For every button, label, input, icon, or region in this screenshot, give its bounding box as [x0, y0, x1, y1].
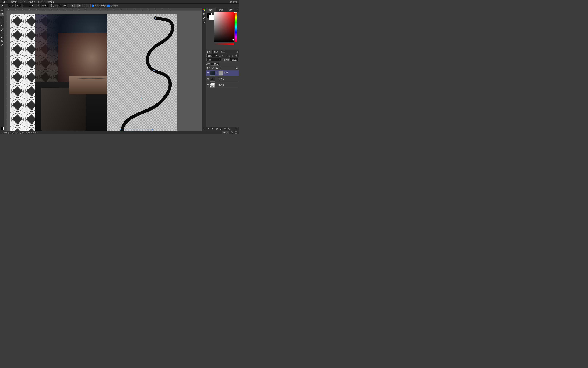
layer-adjustment-icon[interactable] [219, 127, 223, 130]
path-ops-btn[interactable]: ⊕ [78, 4, 81, 7]
svg-text:26: 26 [99, 9, 100, 10]
svg-text:40: 40 [148, 9, 149, 10]
right-icons-panel: ℹ [202, 8, 206, 131]
layer-2-chain-icon[interactable] [216, 84, 218, 86]
layer-item-shape1[interactable]: 形状 1 [206, 76, 239, 82]
background-swatch[interactable] [209, 15, 214, 20]
pen-tool-icon[interactable] [1, 4, 4, 7]
svg-text:38: 38 [141, 9, 142, 10]
menu-select[interactable]: 选择(S) [1, 0, 10, 3]
direct-selection-tool[interactable] [0, 24, 4, 28]
hue-slider[interactable] [235, 12, 237, 42]
minimize-button[interactable] [230, 1, 232, 3]
zoom-tool[interactable] [0, 40, 4, 43]
opacity-input[interactable] [230, 58, 238, 61]
menu-3d[interactable]: 3D(D) [19, 0, 27, 3]
hand-tool[interactable] [0, 43, 4, 47]
path-mode-btn[interactable]: ▣ [71, 4, 74, 7]
info-icon[interactable]: ℹ [203, 127, 205, 130]
lock-transparent-icon[interactable] [211, 66, 215, 70]
filter-smart-icon[interactable] [231, 54, 234, 57]
layer-item-1[interactable]: 图层 1 [206, 70, 239, 76]
text-tool[interactable]: T [0, 17, 4, 20]
align-edge-label: 对齐边缘 [110, 4, 118, 7]
eraser-tool[interactable] [0, 32, 4, 35]
color-saturation-value[interactable] [214, 12, 235, 42]
line-style-select[interactable]: ——— [23, 4, 33, 7]
layer-new-icon[interactable] [228, 127, 231, 130]
pen-tool[interactable] [0, 13, 4, 16]
layer-2-visibility-toggle[interactable] [206, 84, 209, 86]
filter-shape-icon[interactable] [228, 54, 231, 57]
adjustments-icon[interactable] [203, 20, 205, 23]
layer-item-2[interactable]: 图层 2 [206, 82, 239, 88]
color-tab-color[interactable]: 颜色 [206, 8, 216, 11]
filter-adjust-icon[interactable] [222, 54, 225, 57]
layer-1-chain-icon[interactable] [216, 72, 218, 74]
auto-add-input[interactable] [92, 5, 94, 7]
lock-all-icon[interactable] [235, 66, 238, 70]
brush-size-input[interactable] [8, 4, 16, 7]
maximize-button[interactable] [233, 1, 235, 3]
close-button[interactable] [235, 1, 237, 3]
svg-rect-2 [1, 21, 3, 23]
layers-tab-channels[interactable]: 通道 [213, 50, 219, 54]
gradient-tool[interactable] [0, 36, 4, 39]
color-panel-menu-icon[interactable]: ≡ [237, 9, 238, 11]
ruler-corner [4, 8, 7, 11]
layer-mask-icon[interactable] [215, 127, 218, 130]
blend-mode-select[interactable]: 正常 [206, 58, 221, 61]
svg-text:14: 14 [57, 9, 58, 10]
menu-window[interactable]: 窗口(W) [36, 0, 46, 3]
auto-add-checkbox[interactable]: 自动添加/删除 [92, 4, 107, 7]
status-zoom-btn[interactable] [230, 131, 233, 134]
color-tab-swatch[interactable]: 描摹 [216, 8, 226, 11]
fill-input[interactable] [211, 63, 219, 66]
lock-position-icon[interactable] [219, 66, 222, 70]
path-arrange-btn[interactable]: ⊟ [86, 4, 89, 7]
color-tab-gradient[interactable]: 渐变 [226, 8, 236, 11]
layer-shape1-visibility-toggle[interactable] [206, 78, 209, 81]
layer-1-visibility-toggle[interactable] [206, 72, 209, 74]
menu-filter[interactable]: 滤镜(T) [10, 0, 19, 3]
layers-panel-menu-icon[interactable]: ≡ [237, 51, 238, 53]
toolbox: T [0, 8, 4, 131]
options-toolbar: px ——— W: ⛓ H: ▣ ⊹ ⊕ ⊞ ⊟ 自动添加/删除 对齐边缘 [0, 3, 239, 8]
size-unit-select[interactable]: px [16, 4, 21, 7]
lock-image-icon[interactable] [215, 66, 219, 70]
status-window-btn[interactable] [235, 131, 237, 134]
shape-tool[interactable] [0, 20, 4, 24]
fill-label: 填充: [206, 63, 211, 65]
layers-tab-layers[interactable]: 图层 [206, 50, 213, 54]
menu-view[interactable]: 视图(V) [27, 0, 36, 3]
menu-help[interactable]: 帮助(H) [46, 0, 55, 3]
pattern-icon[interactable] [203, 17, 205, 19]
layer-style-icon[interactable]: fx [211, 127, 214, 130]
auto-add-label: 自动添加/删除 [95, 4, 107, 7]
brush-tool[interactable] [0, 28, 4, 31]
canvas-main[interactable] [7, 11, 202, 131]
layer-group-icon[interactable] [223, 127, 227, 130]
gradient-icon[interactable] [203, 13, 205, 15]
align-edge-input[interactable] [107, 5, 110, 7]
link-icon[interactable]: ⛓ [51, 4, 54, 7]
alpha-slider[interactable] [214, 43, 235, 45]
direct-select-btn[interactable]: ⊹ [74, 4, 78, 7]
layer-delete-icon[interactable] [235, 127, 238, 130]
path-align-btn[interactable]: ⊞ [82, 4, 85, 7]
align-edge-checkbox[interactable]: 对齐边缘 [107, 4, 118, 7]
move-tool[interactable] [0, 9, 4, 12]
color-swatch-icon[interactable] [203, 9, 205, 11]
layer-type-filter[interactable]: 类型 [206, 54, 218, 57]
width-input[interactable] [40, 4, 49, 7]
height-input[interactable] [58, 4, 68, 7]
layer-shape1-chain-icon[interactable] [216, 78, 218, 80]
foreground-bg-color[interactable] [0, 126, 4, 130]
layers-tab-paths[interactable]: 路径 [219, 50, 226, 54]
layer-link-icon[interactable] [206, 127, 210, 130]
filter-toggle[interactable] [235, 54, 238, 57]
filter-pixel-icon[interactable] [219, 54, 221, 57]
fill-row: 填充: [206, 62, 239, 66]
svg-rect-141 [236, 128, 237, 130]
filter-text-icon[interactable]: T [225, 54, 228, 57]
